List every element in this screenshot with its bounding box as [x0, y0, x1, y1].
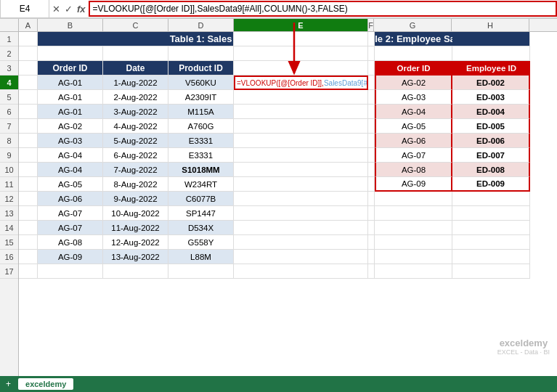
- cell-h14[interactable]: [452, 221, 530, 235]
- cell-g11[interactable]: AG-09: [375, 177, 452, 192]
- cell-c14[interactable]: 11-Aug-2022: [103, 221, 168, 235]
- cell-h10[interactable]: ED-008: [452, 163, 530, 177]
- cell-d1[interactable]: Table 1: Sales: [168, 32, 234, 46]
- cell-b11[interactable]: AG-05: [38, 177, 103, 192]
- cell-e15[interactable]: [234, 235, 368, 250]
- cell-h6[interactable]: ED-004: [452, 105, 530, 119]
- cell-b7[interactable]: AG-02: [38, 119, 103, 134]
- cell-d16[interactable]: L88M: [168, 250, 234, 264]
- cell-d4[interactable]: V560KU: [168, 75, 234, 90]
- cell-h9[interactable]: ED-007: [452, 148, 530, 163]
- cell-d7[interactable]: A760G: [168, 119, 234, 134]
- cell-b12[interactable]: AG-06: [38, 192, 103, 206]
- cell-c17[interactable]: [103, 264, 168, 279]
- cell-f13[interactable]: [368, 206, 375, 221]
- cell-f4[interactable]: [368, 75, 375, 90]
- col-header-d[interactable]: D: [168, 19, 234, 31]
- cell-c5[interactable]: 2-Aug-2022: [103, 90, 168, 105]
- cell-f1[interactable]: [368, 32, 375, 46]
- cell-a13[interactable]: [19, 206, 38, 221]
- col-header-e[interactable]: E: [234, 19, 368, 31]
- cell-a10[interactable]: [19, 163, 38, 177]
- cell-a12[interactable]: [19, 192, 38, 206]
- formula-input[interactable]: [89, 1, 557, 17]
- cell-h2[interactable]: [452, 46, 530, 61]
- cell-a3[interactable]: [19, 61, 38, 75]
- cell-f14[interactable]: [368, 221, 375, 235]
- row-num-14[interactable]: 14: [0, 221, 18, 235]
- cell-g13[interactable]: [375, 206, 452, 221]
- cell-h13[interactable]: [452, 206, 530, 221]
- cell-f7[interactable]: [368, 119, 375, 134]
- cancel-icon[interactable]: ✕: [52, 4, 60, 15]
- fx-icon[interactable]: fx: [77, 4, 86, 15]
- cell-h17[interactable]: [452, 264, 530, 279]
- cell-b16[interactable]: AG-09: [38, 250, 103, 264]
- cell-g4[interactable]: AG-02: [375, 75, 452, 90]
- cell-e1[interactable]: [234, 32, 368, 46]
- cell-d3[interactable]: Product ID: [168, 61, 234, 75]
- cell-g5[interactable]: AG-03: [375, 90, 452, 105]
- cell-h3[interactable]: Employee ID: [452, 61, 530, 75]
- col-header-c[interactable]: C: [103, 19, 168, 31]
- cell-b4[interactable]: AG-01: [38, 75, 103, 90]
- row-num-2[interactable]: 2: [0, 46, 18, 61]
- cell-c7[interactable]: 4-Aug-2022: [103, 119, 168, 134]
- cell-g8[interactable]: AG-06: [375, 134, 452, 148]
- cell-g12[interactable]: [375, 192, 452, 206]
- cell-e10[interactable]: [234, 163, 368, 177]
- cell-b14[interactable]: AG-07: [38, 221, 103, 235]
- cell-h12[interactable]: [452, 192, 530, 206]
- cell-f15[interactable]: [368, 235, 375, 250]
- cell-d6[interactable]: M115A: [168, 105, 234, 119]
- cell-h1[interactable]: [452, 32, 530, 46]
- cell-f10[interactable]: [368, 163, 375, 177]
- cell-f12[interactable]: [368, 192, 375, 206]
- cell-d10[interactable]: S1018MM: [168, 163, 234, 177]
- row-num-7[interactable]: 7: [0, 119, 18, 134]
- cell-f8[interactable]: [368, 134, 375, 148]
- row-num-3[interactable]: 3: [0, 61, 18, 75]
- cell-f5[interactable]: [368, 90, 375, 105]
- cell-b5[interactable]: AG-01: [38, 90, 103, 105]
- cell-d11[interactable]: W234RT: [168, 177, 234, 192]
- cell-e6[interactable]: [234, 105, 368, 119]
- cell-e12[interactable]: [234, 192, 368, 206]
- cell-a16[interactable]: [19, 250, 38, 264]
- cell-h5[interactable]: ED-003: [452, 90, 530, 105]
- row-num-6[interactable]: 6: [0, 105, 18, 119]
- cell-d12[interactable]: C6077B: [168, 192, 234, 206]
- cell-c4[interactable]: 1-Aug-2022: [103, 75, 168, 90]
- cell-d8[interactable]: E3331: [168, 134, 234, 148]
- cell-b13[interactable]: AG-07: [38, 206, 103, 221]
- cell-c12[interactable]: 9-Aug-2022: [103, 192, 168, 206]
- cell-f3[interactable]: [368, 61, 375, 75]
- cell-e14[interactable]: [234, 221, 368, 235]
- cell-c9[interactable]: 6-Aug-2022: [103, 148, 168, 163]
- row-num-9[interactable]: 9: [0, 148, 18, 163]
- cell-e9[interactable]: [234, 148, 368, 163]
- cell-g15[interactable]: [375, 235, 452, 250]
- cell-g10[interactable]: AG-08: [375, 163, 452, 177]
- cell-c10[interactable]: 7-Aug-2022: [103, 163, 168, 177]
- cell-a5[interactable]: [19, 90, 38, 105]
- cell-reference-box[interactable]: E4: [0, 0, 49, 17]
- cell-f9[interactable]: [368, 148, 375, 163]
- cell-c15[interactable]: 12-Aug-2022: [103, 235, 168, 250]
- cell-f6[interactable]: [368, 105, 375, 119]
- cell-a2[interactable]: [19, 46, 38, 61]
- cell-b8[interactable]: AG-03: [38, 134, 103, 148]
- cell-g16[interactable]: [375, 250, 452, 264]
- col-header-g[interactable]: G: [374, 19, 452, 31]
- cell-d9[interactable]: E3331: [168, 148, 234, 163]
- cell-c13[interactable]: 10-Aug-2022: [103, 206, 168, 221]
- col-header-a[interactable]: A: [19, 19, 38, 31]
- cell-f17[interactable]: [368, 264, 375, 279]
- cell-b2[interactable]: [38, 46, 103, 61]
- row-num-8[interactable]: 8: [0, 134, 18, 148]
- cell-d5[interactable]: A2309IT: [168, 90, 234, 105]
- cell-c3[interactable]: Date: [103, 61, 168, 75]
- cell-a7[interactable]: [19, 119, 38, 134]
- cell-e7[interactable]: [234, 119, 368, 134]
- cell-a4[interactable]: [19, 75, 38, 90]
